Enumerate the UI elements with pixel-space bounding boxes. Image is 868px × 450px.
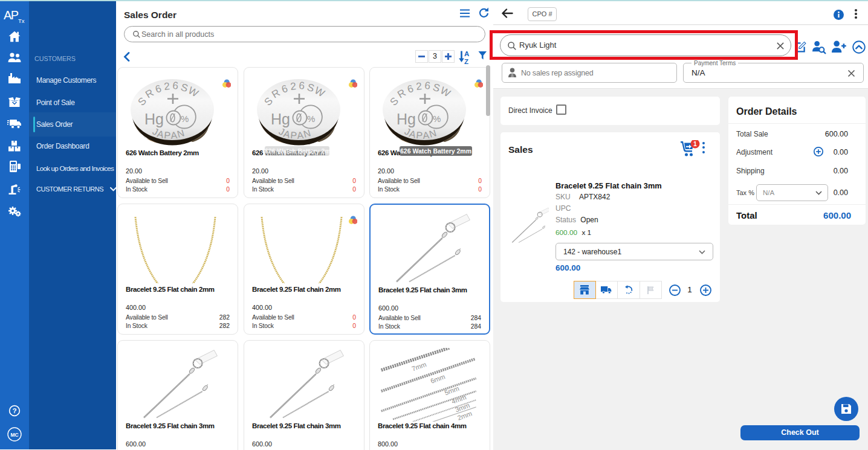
svg-text:AP: AP [4, 8, 19, 22]
svg-text:Z: Z [464, 58, 468, 65]
svg-text:A: A [464, 50, 469, 57]
svg-text:?: ? [12, 407, 16, 414]
svg-text:MC: MC [10, 432, 18, 438]
svg-text:1: 1 [693, 140, 697, 147]
svg-text:Tx: Tx [18, 18, 25, 24]
